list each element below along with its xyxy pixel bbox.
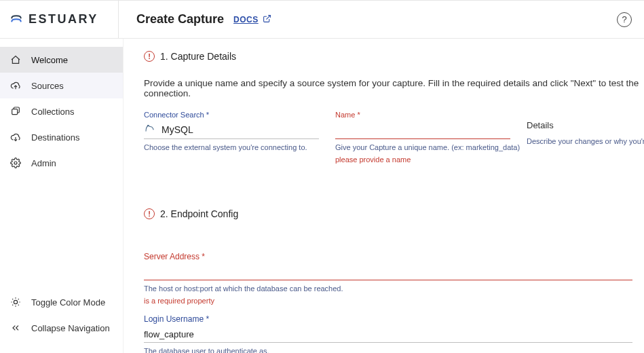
topbar: ESTUARY Create Capture DOCS ? [0,1,644,39]
sidebar-item-label: Welcome [31,55,68,65]
svg-line-10 [12,305,13,305]
sidebar-item-welcome[interactable]: Welcome [0,47,123,73]
brand-logo: ESTUARY [10,12,118,26]
docs-link[interactable]: DOCS [233,14,271,25]
sidebar-item-label: Admin [31,158,56,168]
sidebar-item-label: Collections [31,107,75,117]
docs-label: DOCS [233,15,259,24]
sidebar-item-destinations[interactable]: Destinations [0,124,123,150]
alert-icon: ! [144,51,155,62]
page-title: Create Capture [136,12,224,26]
sun-icon [10,297,22,308]
title-block: Create Capture DOCS [118,1,271,38]
sidebar-item-admin[interactable]: Admin [0,150,123,176]
login-username-label: Login Username * [144,314,632,324]
cloud-upload-icon [10,80,22,91]
svg-point-12 [147,126,148,126]
collections-icon [10,106,22,117]
login-username-field: Login Username * The database user to au… [144,314,632,353]
collapse-navigation[interactable]: Collapse Navigation [0,315,123,341]
svg-rect-1 [12,109,18,115]
gear-icon [10,157,22,168]
section-capture-details-header: ! 1. Capture Details [144,51,644,62]
sidebar: Welcome Sources Collections [0,39,124,353]
login-username-input[interactable] [144,329,632,339]
connector-label: Connector Search * [144,111,319,119]
home-icon [10,54,22,65]
connector-field: Connector Search * Choose the external s… [144,111,319,151]
details-label: Details [527,111,644,130]
brand-name: ESTUARY [29,12,98,26]
help-icon: ? [622,14,626,24]
sidebar-item-label: Toggle Color Mode [31,297,105,308]
external-link-icon [263,14,271,25]
sidebar-item-sources[interactable]: Sources [0,73,123,98]
server-address-field: Server Address * The host or host:port a… [144,252,632,305]
capture-name-input[interactable] [335,124,510,135]
name-field: Name * Give your Capture a unique name. … [335,111,510,164]
svg-line-7 [18,305,19,305]
mysql-icon [144,122,156,136]
help-button[interactable]: ? [617,12,632,27]
connector-help: Choose the external system you're connec… [144,143,319,151]
server-address-input[interactable] [144,267,632,277]
section-title: 2. Endpoint Config [160,208,238,219]
svg-point-3 [14,300,17,303]
name-help: Give your Capture a unique name. (ex: ma… [335,143,510,151]
sidebar-item-collections[interactable]: Collections [0,98,123,124]
sidebar-item-label: Collapse Navigation [31,323,110,333]
svg-line-0 [266,15,270,19]
brand-mark-icon [10,13,23,26]
server-address-error: is a required property [144,297,632,305]
login-username-help: The database user to authenticate as. [144,347,632,353]
sidebar-item-label: Sources [31,81,64,91]
name-error: please provide a name [335,155,510,164]
alert-icon: ! [144,208,155,219]
cloud-download-icon [10,132,22,143]
connector-search-input[interactable] [162,124,319,135]
server-address-help: The host or host:port at which the datab… [144,284,632,293]
svg-point-2 [14,162,17,164]
chevrons-left-icon [10,322,22,333]
details-help: Describe your changes or why you're ch [527,137,644,145]
toggle-color-mode[interactable]: Toggle Color Mode [0,289,123,315]
sidebar-item-label: Destinations [31,132,80,143]
main-content: ! 1. Capture Details Provide a unique na… [124,39,644,353]
section-intro: Provide a unique name and specify a sour… [144,78,644,98]
section-endpoint-config-header: ! 2. Endpoint Config [144,208,644,219]
details-field: Details Describe your changes or why you… [527,111,644,145]
svg-line-6 [12,299,13,299]
server-address-label: Server Address * [144,252,632,261]
svg-line-11 [18,299,19,299]
name-label: Name * [335,111,510,119]
section-title: 1. Capture Details [160,51,236,62]
